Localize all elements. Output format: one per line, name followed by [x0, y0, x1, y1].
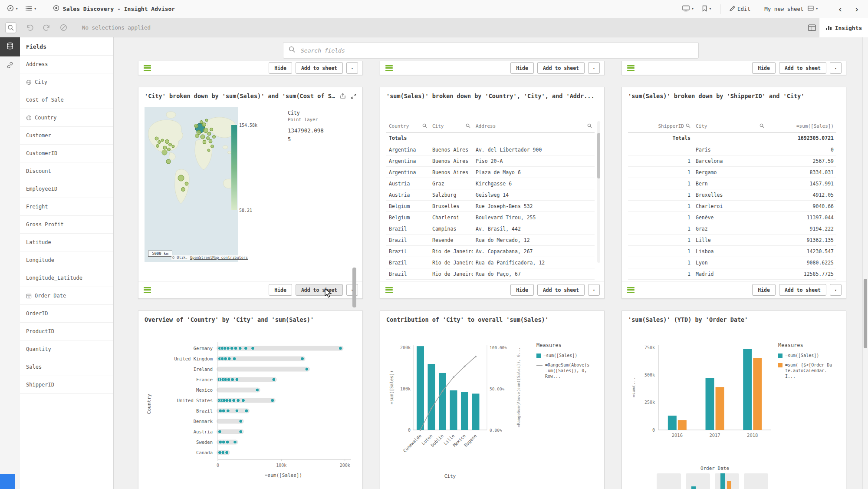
- column-header-city[interactable]: City: [430, 120, 473, 132]
- map-point[interactable]: [155, 137, 158, 140]
- map-point[interactable]: [207, 137, 210, 140]
- card-menu-button[interactable]: [385, 285, 394, 295]
- table-cell[interactable]: Rio de Janeiro: [430, 246, 473, 257]
- map-point[interactable]: [213, 135, 216, 139]
- table-cell[interactable]: 1: [628, 201, 693, 212]
- previous-sheet-button[interactable]: ‹: [833, 5, 847, 13]
- map-point[interactable]: [210, 128, 213, 131]
- table-cell[interactable]: 1: [628, 257, 693, 268]
- add-to-sheet-dropdown-button[interactable]: ▾: [588, 284, 600, 296]
- column-header-sum-sales[interactable]: =sum([Sales]): [767, 120, 836, 132]
- bar-luton[interactable]: [428, 364, 435, 430]
- table-cell[interactable]: Barcelona: [693, 155, 767, 167]
- hide-button[interactable]: Hide: [269, 62, 292, 74]
- map-point[interactable]: [207, 149, 210, 152]
- data-point[interactable]: [272, 378, 276, 381]
- range-bar[interactable]: [217, 388, 260, 393]
- table-cell[interactable]: Lyon: [693, 257, 767, 268]
- table-cell[interactable]: Madrid: [693, 268, 767, 280]
- field-item-country[interactable]: Country: [20, 109, 113, 127]
- map-point[interactable]: [172, 145, 174, 148]
- bar-mexico[interactable]: [461, 392, 468, 430]
- smart-search-button[interactable]: [5, 22, 16, 33]
- map-point[interactable]: [202, 123, 206, 127]
- column-header-shipperid[interactable]: ShipperID: [628, 120, 693, 132]
- table-cell[interactable]: 0: [767, 144, 836, 155]
- table-cell[interactable]: 1: [628, 167, 693, 178]
- share-icon[interactable]: [340, 93, 346, 99]
- bookmarks-button[interactable]: ▾: [699, 3, 714, 15]
- data-point[interactable]: [235, 409, 239, 413]
- map-point[interactable]: [163, 146, 167, 149]
- map-point[interactable]: [161, 139, 164, 142]
- data-point[interactable]: [234, 347, 237, 350]
- map-point[interactable]: [195, 134, 199, 138]
- table-cell[interactable]: 11397.044: [767, 212, 836, 223]
- field-item-order-date[interactable]: 12Order Date: [20, 287, 113, 305]
- legend-item[interactable]: =sum([Sales]): [778, 353, 833, 358]
- table-cell[interactable]: 4912.05: [767, 189, 836, 201]
- table-cell[interactable]: Brazil: [386, 257, 430, 268]
- data-point[interactable]: [224, 378, 227, 381]
- table-cell[interactable]: 9080.6225: [767, 257, 836, 268]
- field-item-customerid[interactable]: CustomerID: [20, 145, 113, 162]
- data-point[interactable]: [238, 347, 242, 350]
- map-point[interactable]: [162, 150, 167, 155]
- bar-2016-ytd[interactable]: [678, 420, 687, 430]
- table-cell[interactable]: Plaza de Mayo 6: [473, 167, 595, 178]
- add-to-sheet-dropdown-button[interactable]: ▾: [346, 62, 358, 74]
- table-cell[interactable]: Rue Joseph-Bens 532: [473, 201, 595, 212]
- table-cell[interactable]: Charleroi: [693, 201, 767, 212]
- card-menu-button[interactable]: [385, 63, 394, 73]
- add-to-sheet-button[interactable]: Add to sheet: [779, 62, 826, 74]
- add-to-sheet-button[interactable]: Add to sheet: [537, 284, 585, 296]
- search-icon[interactable]: [587, 123, 592, 129]
- bar-dublin[interactable]: [439, 373, 446, 430]
- map-visualization[interactable]: 5000 km © Qlik, OpenStreetMap contributo…: [145, 107, 356, 262]
- hide-button[interactable]: Hide: [752, 284, 776, 296]
- map-point[interactable]: [169, 143, 172, 146]
- data-point[interactable]: [242, 399, 245, 402]
- sheet-selector-button[interactable]: My new sheet ▾: [762, 4, 821, 14]
- table-cell[interactable]: Bergamo: [693, 167, 767, 178]
- data-point[interactable]: [230, 347, 233, 350]
- card-menu-button[interactable]: [626, 285, 635, 295]
- column-header-city[interactable]: City: [693, 120, 767, 132]
- table-cell[interactable]: Piso 20-A: [473, 155, 595, 167]
- hide-button[interactable]: Hide: [269, 284, 292, 296]
- data-point[interactable]: [225, 451, 228, 454]
- table-cell[interactable]: Buenos Aires: [430, 155, 473, 167]
- table-cell[interactable]: 1: [628, 178, 693, 189]
- edit-button[interactable]: Edit: [727, 3, 753, 15]
- add-to-sheet-button[interactable]: Add to sheet: [296, 62, 343, 74]
- data-point[interactable]: [219, 440, 222, 444]
- table-cell[interactable]: Argentina: [386, 167, 430, 178]
- data-point[interactable]: [235, 378, 239, 381]
- scrollbar-thumb[interactable]: [864, 279, 867, 348]
- line-point[interactable]: [475, 356, 477, 357]
- table-cell[interactable]: Av. Copacabana, 267: [473, 246, 595, 257]
- table-cell[interactable]: Belgium: [386, 201, 430, 212]
- field-item-orderid[interactable]: OrderID: [20, 305, 113, 323]
- table-cell[interactable]: Bruxelles: [430, 201, 473, 212]
- data-point[interactable]: [237, 399, 240, 402]
- data-point[interactable]: [219, 409, 222, 413]
- map-point[interactable]: [168, 148, 171, 151]
- table-cell[interactable]: 2567.59: [767, 155, 836, 167]
- data-point[interactable]: [231, 378, 234, 381]
- line-point[interactable]: [464, 366, 466, 367]
- bar-eugene[interactable]: [472, 393, 480, 430]
- navigation-menu-button[interactable]: ▾: [4, 3, 20, 15]
- table-cell[interactable]: Graz: [430, 178, 473, 189]
- table-cell[interactable]: Resende: [430, 235, 473, 246]
- data-point[interactable]: [239, 430, 243, 433]
- data-point[interactable]: [301, 357, 304, 360]
- map-point[interactable]: [205, 119, 208, 122]
- table-cell[interactable]: Geislweg 14: [473, 189, 595, 201]
- table-cell[interactable]: 14230.547: [767, 246, 836, 257]
- field-item-discount[interactable]: Discount: [20, 162, 113, 180]
- table-cell[interactable]: 12585.7725: [767, 268, 836, 280]
- data-point[interactable]: [305, 367, 309, 371]
- search-icon[interactable]: [686, 123, 690, 129]
- field-item-sales[interactable]: Sales: [20, 358, 113, 376]
